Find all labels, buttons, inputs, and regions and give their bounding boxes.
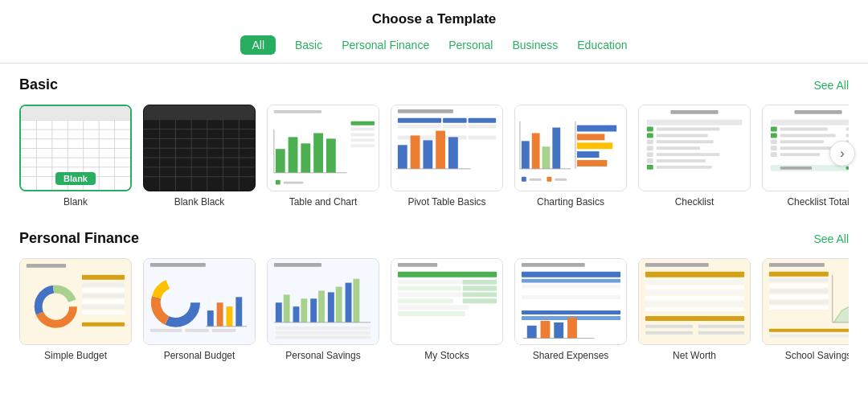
svg-rect-148 xyxy=(274,263,321,267)
tab-business[interactable]: Business xyxy=(512,35,558,55)
tab-education[interactable]: Education xyxy=(577,35,627,55)
template-personal-budget[interactable]: Personal Budget xyxy=(143,258,256,361)
basic-section-title: Basic xyxy=(19,76,58,93)
svg-rect-196 xyxy=(645,290,744,294)
personal-finance-section-title: Personal Finance xyxy=(19,230,139,247)
svg-rect-144 xyxy=(150,329,182,332)
template-personal-savings[interactable]: Personal Savings xyxy=(267,258,379,361)
svg-rect-62 xyxy=(423,140,432,168)
svg-rect-97 xyxy=(657,159,706,162)
svg-rect-35 xyxy=(313,133,323,172)
svg-rect-113 xyxy=(780,146,832,150)
template-simple-budget[interactable]: Simple Budget xyxy=(19,258,132,361)
svg-rect-186 xyxy=(527,326,537,339)
svg-rect-82 xyxy=(555,178,567,180)
svg-rect-179 xyxy=(522,278,620,282)
template-checklist[interactable]: Checklist xyxy=(638,105,751,208)
tab-personal[interactable]: Personal xyxy=(448,35,493,55)
tab-basic[interactable]: Basic xyxy=(295,35,322,55)
svg-rect-64 xyxy=(448,137,458,168)
svg-rect-63 xyxy=(436,130,445,168)
svg-rect-14 xyxy=(21,106,130,120)
svg-rect-158 xyxy=(353,278,359,322)
template-blank-black[interactable]: Blank Black xyxy=(143,105,256,208)
svg-rect-50 xyxy=(469,118,496,123)
template-net-worth[interactable]: Net Worth xyxy=(638,258,751,361)
template-table-chart[interactable]: Table and Chart xyxy=(267,105,379,208)
svg-rect-106 xyxy=(771,133,777,138)
blank-badge: Blank xyxy=(55,172,96,185)
template-simple-budget-label: Simple Budget xyxy=(44,350,107,361)
template-checklist-total-label: Checklist Total xyxy=(787,196,849,208)
template-blank-black-thumb xyxy=(143,105,256,191)
svg-rect-96 xyxy=(647,158,653,163)
svg-rect-109 xyxy=(771,139,777,144)
template-shared-expenses[interactable]: Shared Expenses xyxy=(514,258,627,361)
svg-rect-94 xyxy=(647,152,653,157)
svg-rect-68 xyxy=(532,133,540,168)
svg-rect-47 xyxy=(398,109,453,113)
svg-rect-173 xyxy=(463,286,497,290)
template-charting-basics-label: Charting Basics xyxy=(537,196,604,208)
svg-rect-60 xyxy=(398,145,407,169)
svg-rect-55 xyxy=(443,129,467,134)
svg-rect-29 xyxy=(144,105,255,120)
page-title: Choose a Template xyxy=(0,11,868,27)
svg-rect-61 xyxy=(411,135,420,168)
svg-rect-39 xyxy=(350,121,375,125)
filter-tabs: All Basic Personal Finance Personal Busi… xyxy=(0,35,868,55)
svg-rect-161 xyxy=(276,331,371,334)
svg-rect-120 xyxy=(845,166,849,170)
svg-rect-162 xyxy=(276,335,371,339)
svg-rect-178 xyxy=(522,272,620,277)
tab-all[interactable]: All xyxy=(240,35,276,55)
svg-rect-194 xyxy=(645,279,744,283)
template-blank-label: Blank xyxy=(63,196,88,208)
basic-section: Basic See All xyxy=(0,64,868,217)
svg-rect-76 xyxy=(577,151,600,158)
personal-finance-see-all[interactable]: See All xyxy=(813,232,849,245)
template-my-stocks[interactable]: My Stocks xyxy=(391,258,503,361)
svg-rect-149 xyxy=(276,302,282,323)
svg-rect-210 xyxy=(769,289,829,293)
template-personal-savings-thumb xyxy=(267,258,379,345)
template-net-worth-thumb xyxy=(638,258,751,345)
svg-rect-209 xyxy=(769,283,829,287)
svg-rect-189 xyxy=(567,318,577,339)
svg-rect-77 xyxy=(577,160,607,166)
tab-personal-finance[interactable]: Personal Finance xyxy=(342,35,429,55)
template-school-savings[interactable]: School Savings xyxy=(762,258,849,361)
svg-rect-122 xyxy=(27,264,66,268)
template-blank[interactable]: Blank Blank xyxy=(19,105,132,208)
svg-rect-43 xyxy=(350,144,375,147)
template-shared-expenses-label: Shared Expenses xyxy=(533,350,609,361)
svg-rect-73 xyxy=(577,125,616,131)
svg-rect-130 xyxy=(82,299,125,303)
svg-rect-200 xyxy=(645,316,744,321)
template-charting-basics[interactable]: Charting Basics xyxy=(514,105,627,208)
svg-rect-33 xyxy=(289,137,298,172)
svg-rect-156 xyxy=(336,286,342,322)
basic-templates-wrapper: Blank Blank xyxy=(19,105,849,208)
basic-next-arrow[interactable]: › xyxy=(829,141,855,166)
svg-rect-218 xyxy=(769,334,849,337)
svg-rect-164 xyxy=(398,263,437,267)
template-my-stocks-thumb xyxy=(391,258,503,345)
template-pivot-table[interactable]: Pivot Table Basics xyxy=(391,105,503,208)
template-simple-budget-thumb xyxy=(19,258,132,345)
svg-rect-91 xyxy=(657,140,714,143)
svg-rect-171 xyxy=(398,311,465,316)
svg-rect-40 xyxy=(350,127,375,130)
basic-templates-row: Blank Blank xyxy=(19,105,849,208)
svg-rect-183 xyxy=(522,301,620,305)
svg-rect-146 xyxy=(212,329,236,332)
svg-rect-75 xyxy=(577,142,612,149)
svg-rect-192 xyxy=(645,263,709,267)
svg-rect-36 xyxy=(326,138,336,172)
svg-rect-48 xyxy=(398,118,441,123)
personal-finance-section-header: Personal Finance See All xyxy=(19,230,849,247)
basic-see-all[interactable]: See All xyxy=(813,79,849,92)
svg-rect-69 xyxy=(542,146,551,169)
svg-rect-212 xyxy=(769,300,829,304)
svg-rect-54 xyxy=(398,129,441,134)
